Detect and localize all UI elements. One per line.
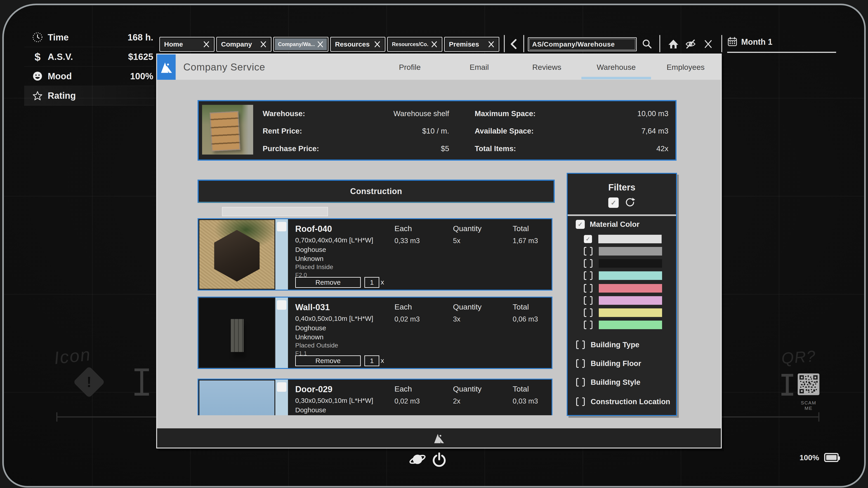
- hud-label: Mood: [48, 71, 72, 81]
- item-style: Unknown: [295, 255, 323, 263]
- tab-company-warehouse[interactable]: Company/Wa...: [273, 37, 329, 52]
- close-icon[interactable]: [203, 40, 210, 48]
- back-button[interactable]: [508, 38, 520, 50]
- remove-button[interactable]: Remove: [295, 277, 361, 288]
- warehouse-info-panel: Warehouse: Warehouse shelf Rent Price: $…: [197, 100, 677, 161]
- nav-email[interactable]: Email: [469, 55, 489, 80]
- tab-resources[interactable]: Resources: [330, 37, 385, 52]
- section-checkbox[interactable]: [576, 340, 585, 349]
- color-checkbox[interactable]: [584, 284, 592, 293]
- item-checkbox[interactable]: [277, 222, 286, 231]
- item-building: Doghouse: [295, 406, 326, 414]
- color-checkbox[interactable]: [584, 271, 592, 280]
- month-underline: [727, 52, 836, 53]
- home-icon[interactable]: [667, 38, 680, 51]
- color-swatch[interactable]: [598, 235, 662, 243]
- item-image: [199, 381, 274, 415]
- tab-label: Resources: [335, 40, 370, 48]
- color-checkbox[interactable]: [584, 321, 592, 329]
- nav-warehouse[interactable]: Warehouse: [597, 55, 636, 80]
- color-checkbox[interactable]: ✓: [584, 235, 592, 243]
- tab-home[interactable]: Home: [159, 37, 215, 52]
- item-quantity: 3x: [453, 315, 460, 323]
- tab-company[interactable]: Company: [216, 37, 272, 52]
- filter-building-floor[interactable]: Building Floor: [576, 358, 641, 369]
- col-header-quantity: Quantity: [453, 302, 482, 311]
- close-window-icon[interactable]: [702, 38, 715, 51]
- color-swatch[interactable]: [599, 247, 662, 256]
- col-header-quantity: Quantity: [453, 224, 482, 233]
- info-value: $10 / m.: [422, 127, 449, 135]
- nav-reviews[interactable]: Reviews: [532, 55, 561, 80]
- item-building: Doghouse: [295, 246, 326, 254]
- item-placement: Placed Outside: [295, 342, 338, 349]
- material-color-checkbox[interactable]: ✓: [576, 220, 585, 229]
- tab-label: Company: [221, 40, 252, 48]
- close-icon[interactable]: [430, 40, 438, 48]
- search-icon[interactable]: [641, 38, 653, 51]
- color-swatch[interactable]: [599, 259, 662, 268]
- info-label: Rent Price:: [263, 127, 302, 135]
- company-service-logo[interactable]: [157, 55, 176, 80]
- color-checkbox[interactable]: [584, 247, 592, 256]
- info-value: $5: [441, 144, 449, 153]
- close-icon[interactable]: [316, 40, 324, 48]
- item-checkbox[interactable]: [277, 382, 286, 392]
- tab-premises[interactable]: Premises: [444, 37, 499, 52]
- quantity-input[interactable]: 1: [364, 355, 379, 366]
- col-header-total: Total: [513, 224, 529, 233]
- toolbar-divider: [504, 35, 505, 52]
- construction-item-list[interactable]: Roof-040 0,70x0,40x0,40m [L*H*W] Doghous…: [197, 218, 553, 415]
- quantity-suffix: x: [381, 278, 384, 286]
- col-header-total: Total: [513, 302, 529, 311]
- info-label: Purchase Price:: [263, 144, 319, 153]
- tab-label: Home: [164, 40, 183, 48]
- section-checkbox[interactable]: [576, 378, 585, 387]
- power-icon[interactable]: [430, 450, 449, 469]
- filters-title: Filters: [567, 182, 676, 193]
- item-each: 0,02 m3: [395, 397, 420, 405]
- section-checkbox[interactable]: [576, 397, 585, 406]
- color-checkbox[interactable]: [584, 259, 592, 268]
- browser-app-icon[interactable]: [408, 450, 427, 469]
- close-icon[interactable]: [373, 40, 381, 48]
- material-color-label: Material Color: [590, 220, 640, 229]
- ibeam-cursor-icon: [781, 374, 793, 396]
- section-checkbox[interactable]: [576, 359, 585, 368]
- close-icon[interactable]: [487, 40, 495, 48]
- dollar-icon: $: [31, 51, 44, 63]
- filter-building-style[interactable]: Building Style: [576, 377, 640, 388]
- battery-percent: 100%: [800, 453, 819, 462]
- filters-panel: Filters ✓ ✓ Material Color ✓: [567, 173, 677, 416]
- item-checkbox[interactable]: [277, 300, 286, 310]
- item-image: [199, 220, 274, 289]
- item-dimensions: 0,30x0,50x0,10m [L*H*W]: [295, 397, 373, 404]
- address-text: AS/Company/Warehouse: [532, 40, 615, 48]
- browser-window: Company Service Profile Email Reviews Wa…: [156, 54, 722, 449]
- color-swatch[interactable]: [599, 271, 662, 280]
- item-dimensions: 0,40x0,50x0,10m [L*H*W]: [295, 315, 373, 322]
- color-checkbox[interactable]: [584, 296, 592, 305]
- calendar-widget[interactable]: Month 1: [727, 36, 772, 48]
- color-swatch[interactable]: [599, 308, 662, 317]
- close-icon[interactable]: [259, 40, 267, 48]
- quantity-input[interactable]: 1: [364, 277, 379, 288]
- color-swatch[interactable]: [599, 284, 662, 293]
- nav-profile[interactable]: Profile: [399, 55, 421, 80]
- color-swatch[interactable]: [599, 321, 662, 329]
- nav-employees[interactable]: Employees: [666, 55, 705, 80]
- filter-building-type[interactable]: Building Type: [576, 339, 640, 351]
- color-checkbox[interactable]: [584, 308, 592, 317]
- filter-construction-location[interactable]: Construction Location: [576, 396, 670, 408]
- eye-off-icon[interactable]: [684, 38, 697, 51]
- qr-code: [798, 373, 819, 395]
- color-swatch[interactable]: [599, 296, 662, 305]
- refresh-icon[interactable]: [625, 197, 636, 208]
- info-label: Available Space:: [475, 127, 534, 135]
- hud-stats: Time 168 h. $ A.S.V. $1625 Mood 100% Rat…: [24, 28, 154, 105]
- remove-button[interactable]: Remove: [295, 355, 361, 366]
- address-bar[interactable]: AS/Company/Warehouse: [528, 37, 637, 51]
- hud-label: A.S.V.: [48, 52, 73, 62]
- tab-resources-construction[interactable]: Resources/Co...: [387, 37, 442, 52]
- filters-master-checkbox[interactable]: ✓: [608, 197, 619, 208]
